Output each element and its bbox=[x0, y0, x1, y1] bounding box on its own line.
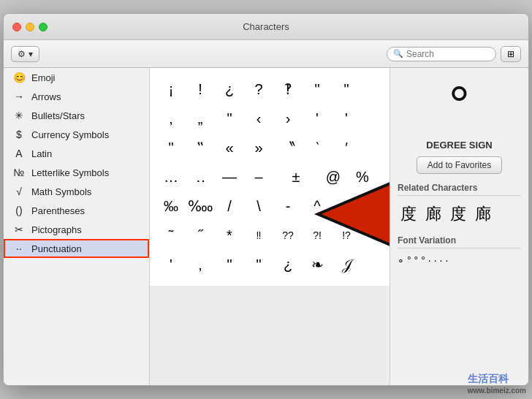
sidebar-item-arrows[interactable]: → Arrows bbox=[4, 87, 149, 106]
list-item[interactable]: ! bbox=[186, 75, 214, 103]
search-box: 🔍 bbox=[387, 47, 496, 61]
search-icon: 🔍 bbox=[393, 49, 403, 58]
list-item[interactable]: ' bbox=[157, 251, 185, 278]
list-item[interactable]: 〝 bbox=[274, 134, 302, 162]
list-item[interactable]: „ bbox=[186, 104, 214, 132]
sidebar-item-pictographs[interactable]: ✂ Pictographs bbox=[4, 220, 149, 239]
list-item[interactable]: › bbox=[274, 104, 302, 132]
parentheses-icon: () bbox=[12, 205, 26, 216]
list-item[interactable]: * bbox=[216, 221, 243, 249]
list-item[interactable]: " bbox=[332, 75, 360, 103]
list-item[interactable]: ˜ bbox=[157, 221, 185, 249]
sidebar-item-label: Math Symbols bbox=[31, 186, 91, 197]
sidebar-item-bullets[interactable]: ✳ Bullets/Stars bbox=[4, 106, 149, 125]
list-item[interactable]: " bbox=[216, 104, 243, 132]
list-item[interactable]: ‼ bbox=[245, 221, 273, 249]
gear-button[interactable]: ⚙ ▾ bbox=[11, 46, 39, 62]
list-item[interactable]: ‰ bbox=[157, 192, 185, 220]
toolbar: ⚙ ▾ 🔍 ⊞ bbox=[4, 40, 528, 68]
list-item[interactable]: 度 bbox=[447, 202, 469, 227]
sidebar-item-label: Currency Symbols bbox=[31, 129, 109, 140]
list-item[interactable]: " bbox=[157, 134, 185, 162]
list-item[interactable]: '' bbox=[216, 251, 243, 278]
sidebar-item-emoji[interactable]: 😊 Emoji bbox=[4, 68, 149, 87]
list-item[interactable]: ' bbox=[332, 104, 360, 132]
list-item[interactable]: ? bbox=[245, 75, 273, 103]
list-item[interactable]: ' bbox=[303, 104, 331, 132]
add-to-favorites-container: Add to Favorites bbox=[398, 156, 521, 174]
list-item[interactable]: " bbox=[303, 75, 331, 103]
list-item[interactable]: - bbox=[274, 192, 302, 220]
list-item[interactable]: ¿ bbox=[274, 251, 302, 278]
add-to-favorites-button[interactable]: Add to Favorites bbox=[417, 156, 502, 174]
list-item[interactable]: 廊 bbox=[472, 202, 494, 227]
sidebar-item-label: Punctuation bbox=[31, 243, 82, 254]
grid-icon: ⊞ bbox=[507, 49, 514, 59]
list-item[interactable]: @ bbox=[319, 163, 347, 191]
sidebar-item-math[interactable]: √ Math Symbols bbox=[4, 182, 149, 201]
grid-view-button[interactable]: ⊞ bbox=[501, 46, 521, 62]
list-item[interactable]: 度 bbox=[398, 202, 419, 227]
list-item[interactable]: % bbox=[349, 163, 376, 191]
list-item[interactable]: 𝒥 bbox=[332, 251, 360, 278]
math-icon: √ bbox=[12, 186, 26, 197]
list-item[interactable]: ‚ bbox=[157, 104, 185, 132]
list-item[interactable]: · bbox=[428, 254, 431, 266]
titlebar: Characters bbox=[4, 14, 528, 40]
related-characters: 度 廊 度 廊 bbox=[398, 202, 521, 227]
list-item[interactable]: ?! bbox=[303, 221, 331, 249]
list-item[interactable]: ‹ bbox=[245, 104, 273, 132]
char-grid: ¡ ! ¿ ? ‽ " " ‚ „ " ‹ › ' ' " bbox=[150, 68, 390, 286]
list-item[interactable]: / bbox=[216, 192, 243, 220]
search-input[interactable] bbox=[406, 49, 487, 59]
sidebar-item-letterlike[interactable]: № Letterlike Symbols bbox=[4, 163, 149, 182]
list-item[interactable]: ‥ bbox=[186, 163, 214, 191]
list-item[interactable]: ° bbox=[407, 254, 411, 266]
list-item[interactable]: ‽ bbox=[274, 75, 302, 103]
list-item[interactable]: ~ bbox=[332, 192, 360, 220]
list-item[interactable]: '' bbox=[245, 251, 273, 278]
list-item[interactable]: … bbox=[157, 163, 185, 191]
list-item[interactable]: \ bbox=[245, 192, 273, 220]
list-item[interactable]: ‚ bbox=[186, 251, 214, 278]
sidebar-item-label: Parentheses bbox=[31, 205, 85, 216]
window-title: Characters bbox=[243, 21, 289, 32]
sidebar-item-currency[interactable]: $ Currency Symbols bbox=[4, 125, 149, 144]
preview-character: ° bbox=[449, 75, 470, 134]
list-item[interactable]: · bbox=[434, 254, 437, 266]
list-item[interactable]: · bbox=[446, 254, 449, 266]
list-item[interactable]: — bbox=[216, 163, 243, 191]
list-item[interactable]: 廊 bbox=[422, 202, 444, 227]
list-item[interactable]: – bbox=[245, 163, 273, 191]
latin-icon: A bbox=[12, 148, 26, 159]
list-item[interactable]: ′ bbox=[332, 134, 360, 162]
close-button[interactable] bbox=[12, 23, 21, 31]
minimize-button[interactable] bbox=[26, 23, 34, 31]
list-item[interactable]: ^ bbox=[303, 192, 331, 220]
list-item[interactable]: ‱ bbox=[186, 192, 214, 220]
list-item[interactable]: ± bbox=[274, 163, 318, 191]
list-item[interactable]: ?? bbox=[274, 221, 302, 249]
characters-window: Characters ⚙ ▾ 🔍 ⊞ 😊 bbox=[3, 13, 529, 386]
list-item[interactable]: » bbox=[245, 134, 273, 162]
list-item[interactable]: ‵ bbox=[303, 134, 331, 162]
gear-icon: ⚙ bbox=[18, 49, 26, 59]
sidebar-item-latin[interactable]: A Latin bbox=[4, 144, 149, 163]
list-item[interactable]: « bbox=[216, 134, 243, 162]
sidebar-item-punctuation[interactable]: ·· Punctuation bbox=[4, 239, 149, 258]
list-item[interactable]: ❧ bbox=[303, 251, 331, 278]
list-item[interactable]: ¡ bbox=[157, 75, 185, 103]
list-item[interactable]: ˝ bbox=[186, 221, 214, 249]
list-item[interactable]: !? bbox=[332, 221, 360, 249]
font-variation: ∘ ° ° ° · · · · bbox=[398, 254, 521, 266]
list-item[interactable]: ° bbox=[414, 254, 419, 266]
list-item[interactable]: ° bbox=[421, 254, 425, 266]
list-item[interactable]: ∘ bbox=[398, 254, 404, 266]
letterlike-icon: № bbox=[12, 167, 26, 178]
maximize-button[interactable] bbox=[39, 23, 48, 31]
list-item[interactable]: · bbox=[440, 254, 443, 266]
list-item[interactable]: ¿ bbox=[216, 75, 243, 103]
sidebar-item-parentheses[interactable]: () Parentheses bbox=[4, 201, 149, 220]
list-item[interactable]: ‟ bbox=[186, 134, 214, 162]
sidebar-item-label: Arrows bbox=[31, 91, 61, 102]
